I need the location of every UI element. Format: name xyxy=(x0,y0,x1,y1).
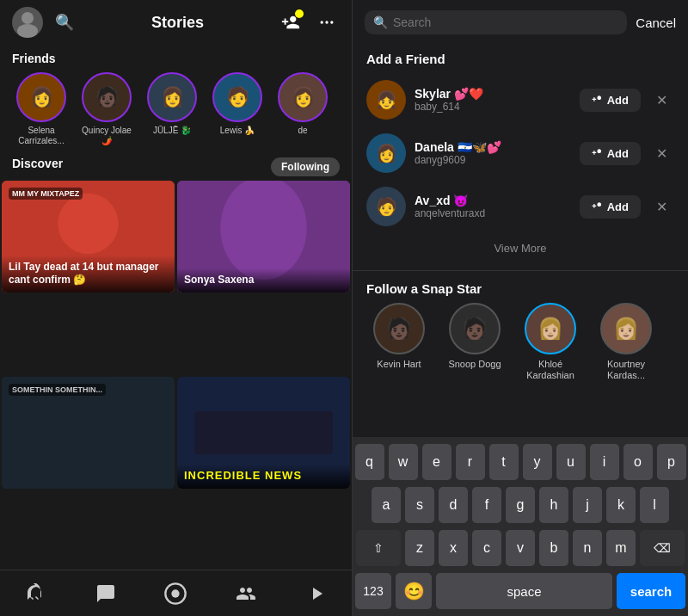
snap-star-row: 🧑🏿 Kevin Hart 🧑🏿 Snoop Dogg 👩🏼 Khloé Kar… xyxy=(353,303,688,381)
friend-suggestion-1: 👧 Skylar 💕❤️ baby_614 Add ✕ xyxy=(353,73,688,126)
key-search[interactable]: search xyxy=(617,573,685,609)
star-avatar-3: 👩🏼 xyxy=(525,303,576,354)
key-d[interactable]: d xyxy=(439,487,468,523)
nav-chat-icon[interactable] xyxy=(89,576,123,611)
key-y[interactable]: y xyxy=(523,444,552,480)
key-i[interactable]: i xyxy=(590,444,619,480)
suggestion-username-2: danyg9609 xyxy=(415,154,571,166)
view-more-button[interactable]: View More xyxy=(353,233,688,263)
user-avatar[interactable] xyxy=(12,7,43,38)
star-item-1[interactable]: 🧑🏿 Kevin Hart xyxy=(366,303,432,381)
nav-friends-icon[interactable] xyxy=(229,576,263,611)
key-o[interactable]: o xyxy=(624,444,653,480)
more-options-icon-button[interactable] xyxy=(314,9,340,35)
discover-grid: MM MY MIXTAPEZ Lil Tay dead at 14 but ma… xyxy=(0,181,352,570)
friend-avatar: 👩 xyxy=(278,72,328,122)
key-row-4: 123 😊 space search xyxy=(355,573,685,609)
add-button-3[interactable]: Add xyxy=(580,195,641,219)
suggestion-name-2: Danela 🇸🇻🦋💕 xyxy=(415,140,571,154)
nav-play-icon[interactable] xyxy=(299,576,334,611)
stories-title: Stories xyxy=(86,14,269,32)
add-friend-icon-button[interactable] xyxy=(278,9,304,35)
search-icon-button[interactable]: 🔍 xyxy=(52,9,77,35)
nav-camera-icon[interactable] xyxy=(158,576,193,611)
card-overlay: INCREDIBLE NEWS xyxy=(177,464,350,489)
star-name-2: Snoop Dogg xyxy=(448,359,501,370)
star-avatar-1: 🧑🏿 xyxy=(373,303,425,354)
key-r[interactable]: r xyxy=(456,444,485,480)
key-z[interactable]: z xyxy=(405,530,434,566)
friend-item[interactable]: 👩 de xyxy=(273,72,332,146)
card-overlay: Sonya Saxena xyxy=(177,268,350,293)
friend-item[interactable]: 👩 JŪLJĒ 🐉 xyxy=(143,72,201,146)
key-c[interactable]: c xyxy=(472,530,501,566)
notification-badge xyxy=(295,9,304,18)
svg-point-3 xyxy=(325,21,328,23)
svg-rect-11 xyxy=(194,410,333,453)
close-button-2[interactable]: ✕ xyxy=(649,142,674,165)
friends-section: Friends 👩 Selena Carrizales... 🧑🏿 Quincy… xyxy=(0,45,352,150)
key-123[interactable]: 123 xyxy=(355,573,391,609)
close-button-1[interactable]: ✕ xyxy=(649,89,674,112)
key-s[interactable]: s xyxy=(405,487,434,523)
key-k[interactable]: k xyxy=(606,487,636,523)
close-button-3[interactable]: ✕ xyxy=(649,195,674,219)
friend-item[interactable]: 🧑 Lewis 🍌 xyxy=(208,72,267,146)
key-l[interactable]: l xyxy=(640,487,669,523)
suggestion-avatar-3: 🧑 xyxy=(366,187,406,226)
key-u[interactable]: u xyxy=(556,444,586,480)
key-f[interactable]: f xyxy=(472,487,501,523)
key-row-3: ⇧ z x c v b n m ⌫ xyxy=(355,530,685,566)
star-name-3: Khloé Kardashian xyxy=(518,359,583,381)
friend-avatar: 👩 xyxy=(16,72,66,122)
key-w[interactable]: w xyxy=(389,444,418,480)
following-badge[interactable]: Following xyxy=(271,157,340,176)
key-shift[interactable]: ⇧ xyxy=(356,530,401,566)
key-e[interactable]: e xyxy=(422,444,452,480)
card-overlay: Lil Tay dead at 14 but manager cant conf… xyxy=(2,256,175,293)
key-x[interactable]: x xyxy=(439,530,468,566)
card-title: INCREDIBLE NEWS xyxy=(184,469,343,484)
star-avatar-2: 🧑🏿 xyxy=(449,303,501,354)
key-n[interactable]: n xyxy=(573,530,602,566)
key-h[interactable]: h xyxy=(539,487,568,523)
discover-card[interactable]: MM MY MIXTAPEZ Lil Tay dead at 14 but ma… xyxy=(2,181,175,293)
add-button-2[interactable]: Add xyxy=(580,142,641,165)
add-friend-section: Add a Friend 👧 Skylar 💕❤️ baby_614 Add ✕… xyxy=(353,45,688,267)
cancel-button[interactable]: Cancel xyxy=(636,15,676,30)
suggestion-avatar-1: 👧 xyxy=(366,80,406,120)
star-item-4[interactable]: 👩🏼 Kourtney Kardas... xyxy=(593,303,659,381)
key-emoji[interactable]: 😊 xyxy=(396,573,432,609)
key-space[interactable]: space xyxy=(436,573,612,609)
bottom-nav xyxy=(0,570,352,616)
card-title: Lil Tay dead at 14 but manager cant conf… xyxy=(9,261,168,287)
friend-name: Quincy Jolae 🌶️ xyxy=(77,126,136,146)
key-g[interactable]: g xyxy=(506,487,535,523)
search-input[interactable] xyxy=(393,15,618,29)
key-backspace[interactable]: ⌫ xyxy=(640,530,685,566)
discover-card[interactable]: SOMETHIN SOMETHIN... xyxy=(2,377,175,489)
nav-ghost-icon[interactable] xyxy=(18,576,52,611)
star-item-2[interactable]: 🧑🏿 Snoop Dogg xyxy=(442,303,507,381)
discover-card[interactable]: INCREDIBLE NEWS xyxy=(177,377,350,489)
discover-card[interactable]: Sonya Saxena xyxy=(177,181,350,293)
suggestion-username-1: baby_614 xyxy=(415,101,571,113)
key-v[interactable]: v xyxy=(506,530,535,566)
key-a[interactable]: a xyxy=(372,487,401,523)
key-j[interactable]: j xyxy=(573,487,602,523)
search-bar[interactable]: 🔍 xyxy=(365,10,627,34)
key-m[interactable]: m xyxy=(606,530,636,566)
search-bar-icon: 🔍 xyxy=(373,15,388,29)
friend-item[interactable]: 🧑🏿 Quincy Jolae 🌶️ xyxy=(77,72,136,146)
card-logo: SOMETHIN SOMETHIN... xyxy=(9,384,106,396)
star-item-3[interactable]: 👩🏼 Khloé Kardashian xyxy=(518,303,583,381)
friend-item[interactable]: 👩 Selena Carrizales... xyxy=(12,72,71,146)
star-name-1: Kevin Hart xyxy=(377,359,421,370)
key-t[interactable]: t xyxy=(489,444,519,480)
svg-point-6 xyxy=(58,194,118,254)
key-b[interactable]: b xyxy=(539,530,568,566)
key-q[interactable]: q xyxy=(355,444,384,480)
key-p[interactable]: p xyxy=(657,444,686,480)
add-button-1[interactable]: Add xyxy=(580,89,641,112)
friend-suggestion-2: 👩 Danela 🇸🇻🦋💕 danyg9609 Add ✕ xyxy=(353,126,688,180)
